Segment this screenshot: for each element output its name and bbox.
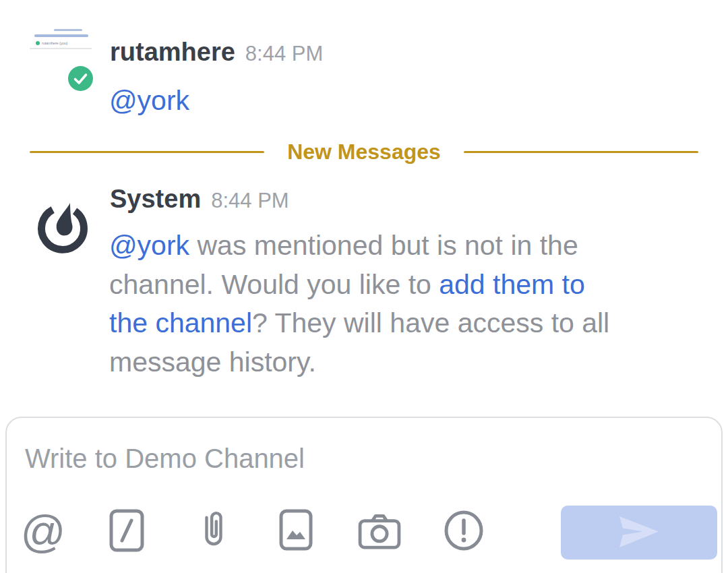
message-text: channel. Would you like to — [109, 269, 439, 300]
new-messages-label: New Messages — [287, 140, 441, 164]
message-text: ? They will have access to all — [252, 307, 609, 338]
mention-link[interactable]: @york — [109, 85, 189, 117]
user-avatar[interactable]: rutamhere (you) — [30, 18, 92, 53]
message-link[interactable]: add them to — [439, 269, 585, 300]
slash-command-icon[interactable] — [109, 509, 144, 552]
image-icon[interactable] — [279, 509, 313, 551]
username[interactable]: rutamhere — [110, 38, 235, 67]
message-link[interactable]: the channel — [109, 307, 252, 338]
avatar-detail: rutamhere (you) — [36, 40, 67, 45]
system-message-text: @york was mentioned but is not in thecha… — [109, 227, 702, 382]
divider-line — [464, 151, 698, 153]
message-text: was mentioned but is not in the — [189, 230, 578, 261]
username[interactable]: System — [110, 185, 201, 214]
attach-file-icon[interactable] — [200, 507, 228, 551]
send-icon — [619, 515, 659, 551]
chat-screen: rutamhere (you) rutamhere 8:44 PM @york … — [0, 0, 728, 573]
avatar-detail — [34, 34, 88, 37]
avatar-detail — [30, 48, 92, 49]
message-composer: Write to Demo Channel @ — [5, 417, 723, 573]
priority-alert-icon[interactable] — [444, 510, 483, 551]
online-dot-icon — [36, 41, 40, 45]
message-text: message history. — [109, 346, 316, 378]
message-input[interactable]: Write to Demo Channel — [25, 444, 305, 474]
at-mention-icon[interactable]: @ — [20, 508, 66, 554]
divider-line — [30, 151, 264, 153]
new-messages-divider: New Messages — [0, 138, 728, 166]
message-link[interactable]: @york — [109, 230, 189, 261]
check-badge-icon — [68, 66, 93, 91]
timestamp: 8:44 PM — [245, 42, 323, 66]
avatar-detail — [54, 29, 82, 31]
timestamp: 8:44 PM — [211, 189, 289, 213]
mattermost-logo-icon — [34, 196, 91, 256]
camera-icon[interactable] — [358, 513, 401, 549]
avatar-caption: rutamhere (you) — [42, 41, 67, 45]
send-button[interactable] — [561, 506, 717, 560]
